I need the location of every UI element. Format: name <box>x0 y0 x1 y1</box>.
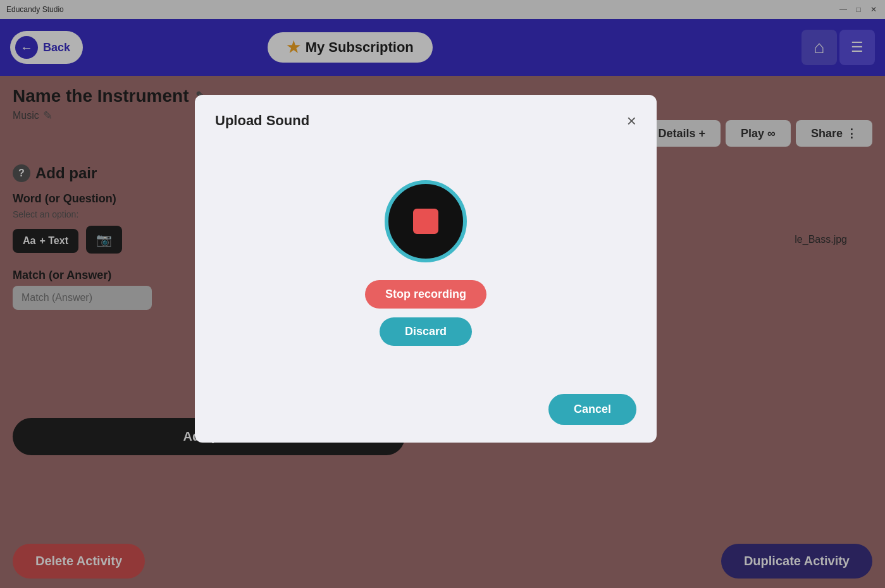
stop-recording-button[interactable]: Stop recording <box>365 280 486 309</box>
modal-overlay: Upload Sound × Stop recording Discard Ca… <box>0 0 885 588</box>
modal-body: Stop recording Discard <box>215 142 636 384</box>
stop-square-icon <box>413 209 438 234</box>
modal-header: Upload Sound × <box>215 113 636 129</box>
discard-button[interactable]: Discard <box>380 317 472 346</box>
upload-sound-modal: Upload Sound × Stop recording Discard Ca… <box>195 95 657 443</box>
record-button[interactable] <box>385 180 467 262</box>
cancel-button[interactable]: Cancel <box>548 394 636 425</box>
modal-footer: Cancel <box>215 384 636 425</box>
modal-close-button[interactable]: × <box>627 113 636 129</box>
modal-title: Upload Sound <box>215 113 309 129</box>
